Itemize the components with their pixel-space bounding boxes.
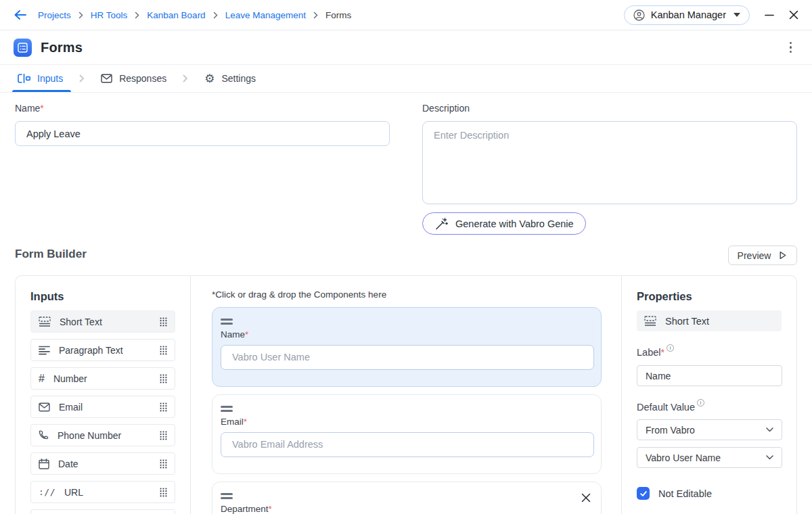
palette-item-label: Number xyxy=(53,373,87,384)
tab-settings[interactable]: ⚙ Settings xyxy=(202,65,258,92)
description-field-label: Description xyxy=(422,103,470,114)
user-role-label: Kanban Manager xyxy=(651,9,726,20)
page-title: Forms xyxy=(41,40,83,55)
envelope-icon xyxy=(101,74,112,83)
required-asterisk: * xyxy=(245,329,248,340)
drag-handle-icon[interactable] xyxy=(160,374,167,383)
component-input-preview[interactable] xyxy=(221,432,594,457)
form-builder-panel: Inputs Short Text xyxy=(15,275,797,514)
user-avatar-icon xyxy=(633,9,645,21)
form-description-textarea[interactable] xyxy=(422,121,797,204)
chevron-right-icon xyxy=(79,74,85,83)
required-asterisk: * xyxy=(40,103,43,114)
genie-button-label: Generate with Vabro Genie xyxy=(455,218,574,229)
palette-item-label: Email xyxy=(59,402,83,413)
palette-item-label: Short Text xyxy=(60,317,102,327)
name-field-label: Name* xyxy=(15,103,44,114)
drag-handle-icon[interactable] xyxy=(160,402,167,412)
gear-icon: ⚙ xyxy=(204,73,215,85)
magic-wand-icon xyxy=(434,217,448,231)
default-value-value: Vabro User Name xyxy=(646,452,721,463)
chevron-down-icon xyxy=(766,455,773,460)
label-property-input[interactable] xyxy=(637,365,782,386)
required-asterisk: * xyxy=(244,417,247,427)
canvas-component-email[interactable]: Email* xyxy=(212,394,602,474)
palette-item-email[interactable]: Email xyxy=(30,396,175,418)
properties-panel: Properties Short Text Label*i Default Va… xyxy=(621,276,796,514)
component-label: Email* xyxy=(221,417,593,427)
breadcrumb-hr-tools[interactable]: HR Tools xyxy=(91,10,128,20)
chevron-right-icon xyxy=(313,11,318,19)
tab-responses[interactable]: Responses xyxy=(98,65,169,92)
not-editable-checkbox[interactable] xyxy=(637,487,650,500)
top-bar: Projects HR Tools Kanban Board Leave Man… xyxy=(0,0,812,30)
drag-handle-icon[interactable] xyxy=(160,346,167,355)
palette-item-url[interactable]: :// URL xyxy=(30,481,175,503)
not-editable-label: Not Editable xyxy=(658,488,712,499)
drag-handle-icon[interactable] xyxy=(221,493,233,499)
more-options-icon[interactable] xyxy=(783,38,799,57)
tab-inputs-label: Inputs xyxy=(37,73,63,84)
required-asterisk: * xyxy=(660,347,664,358)
breadcrumb-forms-current: Forms xyxy=(325,10,351,20)
preview-button[interactable]: Preview xyxy=(728,246,797,265)
drag-handle-icon[interactable] xyxy=(160,317,167,327)
page-header: Forms xyxy=(0,30,812,65)
form-name-input[interactable] xyxy=(15,121,390,146)
breadcrumb: Projects HR Tools Kanban Board Leave Man… xyxy=(38,10,351,20)
selected-component-type: Short Text xyxy=(637,310,782,331)
chevron-down-icon xyxy=(766,427,773,432)
generate-with-genie-button[interactable]: Generate with Vabro Genie xyxy=(422,212,586,235)
palette-item-date[interactable]: Date xyxy=(30,452,175,475)
default-source-select[interactable]: From Vabro xyxy=(637,419,782,440)
close-button[interactable] xyxy=(789,10,798,20)
paragraph-text-icon xyxy=(39,346,50,355)
palette-item-label: URL xyxy=(64,487,83,498)
drag-handle-icon[interactable] xyxy=(160,459,167,469)
drag-handle-icon[interactable] xyxy=(160,488,167,497)
canvas-component-name[interactable]: Name* xyxy=(212,307,602,387)
drag-handle-icon[interactable] xyxy=(221,406,233,412)
chevron-right-icon xyxy=(213,11,218,19)
breadcrumb-leave-management[interactable]: Leave Management xyxy=(225,10,306,20)
chevron-right-icon xyxy=(78,11,83,19)
form-canvas: *Click or drag & drop the Components her… xyxy=(191,276,623,514)
palette-item-paragraph-text[interactable]: Paragraph Text xyxy=(30,339,175,361)
preview-button-label: Preview xyxy=(738,250,771,261)
drag-handle-icon[interactable] xyxy=(160,431,167,440)
palette-item-label: Paragraph Text xyxy=(59,345,123,356)
palette-item-partial[interactable] xyxy=(30,509,175,514)
palette-item-label: Phone Number xyxy=(58,430,121,441)
play-icon xyxy=(777,250,788,260)
inputs-palette-title: Inputs xyxy=(30,290,175,303)
tab-settings-label: Settings xyxy=(221,73,256,84)
minimize-button[interactable] xyxy=(765,10,774,20)
tab-inputs[interactable]: Inputs xyxy=(15,65,66,92)
short-text-icon xyxy=(39,317,51,327)
calendar-icon xyxy=(39,459,49,469)
user-role-dropdown[interactable]: Kanban Manager xyxy=(624,5,750,25)
palette-item-label: Date xyxy=(58,459,78,469)
forms-app-icon xyxy=(14,39,32,57)
chevron-right-icon xyxy=(183,74,188,83)
caret-down-icon xyxy=(734,13,740,17)
back-arrow-icon[interactable] xyxy=(14,9,27,20)
default-value-select[interactable]: Vabro User Name xyxy=(637,447,782,468)
envelope-icon xyxy=(39,402,50,412)
breadcrumb-kanban-board[interactable]: Kanban Board xyxy=(147,10,205,20)
drag-handle-icon[interactable] xyxy=(221,319,233,325)
inputs-palette: Inputs Short Text xyxy=(16,276,191,514)
info-icon: i xyxy=(667,344,674,352)
properties-title: Properties xyxy=(637,290,782,303)
not-editable-row: Not Editable xyxy=(637,487,782,500)
component-input-preview[interactable] xyxy=(221,345,594,370)
number-hash-icon: # xyxy=(39,373,45,384)
palette-item-number[interactable]: # Number xyxy=(30,367,175,390)
breadcrumb-projects[interactable]: Projects xyxy=(38,10,71,20)
palette-item-phone-number[interactable]: Phone Number xyxy=(30,424,175,446)
form-builder-title: Form Builder xyxy=(15,248,87,261)
palette-item-short-text[interactable]: Short Text xyxy=(30,310,175,333)
canvas-component-department[interactable]: Department* xyxy=(212,482,602,514)
component-type-label: Short Text xyxy=(665,316,709,327)
remove-component-icon[interactable] xyxy=(581,493,591,503)
